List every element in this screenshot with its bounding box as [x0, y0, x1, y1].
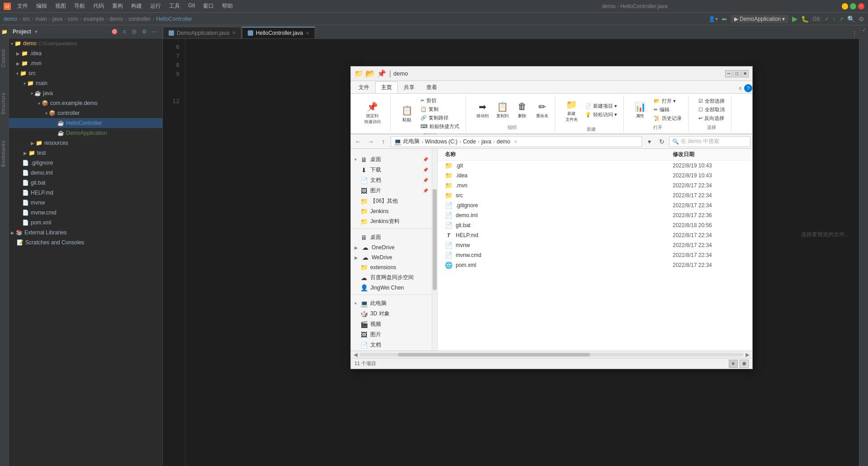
breadcrumb-src[interactable]: src [23, 16, 30, 22]
fe-btn-open[interactable]: 📂 打开 ▾ [651, 97, 684, 105]
fe-sidebar-jenkins-data[interactable]: ▾ 📁 Jenkins资料 [351, 216, 432, 227]
sidebar-expand-btn[interactable]: ≡ [120, 27, 129, 36]
tree-item-controller[interactable]: ▾ 📦 controller [9, 108, 162, 118]
fe-btn-history[interactable]: 📜 历史记录 [651, 114, 684, 123]
fe-address-path[interactable]: 💻 此电脑 › Windows (C:) › Code › java › dem… [391, 136, 642, 147]
toolbar-profile-btn[interactable]: 👤▾ [708, 16, 718, 22]
fe-maximize-btn[interactable]: □ [733, 70, 741, 77]
fe-btn-easy-access[interactable]: 💡 轻松访问 ▾ [582, 110, 620, 119]
fe-sidebar-scrollbar[interactable] [432, 149, 438, 351]
breadcrumb-hello-controller[interactable]: HelloController [156, 16, 192, 22]
tab-hello-controller[interactable]: HelloController.java ✕ [242, 27, 315, 38]
fe-btn-move[interactable]: ➡ 移动到 [473, 99, 491, 121]
fe-btn-new-folder[interactable]: 📁 新建文件夹 [562, 96, 580, 124]
breadcrumb-demo2[interactable]: demo [109, 16, 123, 22]
breadcrumb-com[interactable]: com [68, 16, 78, 22]
sidebar-collapse-btn[interactable]: ⊟ [130, 27, 139, 36]
tree-item-gitignore[interactable]: 📄 .gitignore [9, 158, 162, 168]
fe-scroll-track[interactable] [359, 353, 744, 357]
fe-btn-select-all[interactable]: ☑ 全部选择 [696, 97, 727, 105]
menu-help[interactable]: 帮助 [218, 1, 236, 11]
tree-item-package[interactable]: ▾ 📦 com.example.demo [9, 98, 162, 108]
fe-tab-home[interactable]: 主页 [375, 81, 398, 93]
fe-scroll-left-btn[interactable]: ◀ [352, 352, 359, 358]
tab-demo-application[interactable]: DemoApplication.java ✕ [163, 27, 241, 38]
menu-edit[interactable]: 编辑 [33, 1, 51, 11]
tree-item-demo[interactable]: ▾ 📁 demo C:\Code\java\demo [9, 38, 162, 48]
fe-btn-paste[interactable]: 📋 粘贴 [398, 102, 416, 125]
fe-details-view-btn[interactable]: ≡ [729, 360, 738, 368]
tree-item-demo-iml[interactable]: 📄 demo.iml [9, 168, 162, 178]
menu-file[interactable]: 文件 [14, 1, 32, 11]
toolbar-push-btn[interactable]: ↑ [833, 16, 835, 22]
tree-item-test[interactable]: ▶ 📁 test [9, 148, 162, 158]
tree-item-src[interactable]: ▾ 📁 src [9, 68, 162, 78]
minimize-button[interactable]: ─ [842, 3, 848, 10]
pin-icon-docs[interactable]: 📌 [423, 178, 428, 183]
fe-file-help-md[interactable]: T HELP.md 2022/8/17 22:34 [438, 230, 752, 240]
fe-btn-rename[interactable]: ✏ 重命名 [533, 99, 551, 121]
tab-overflow-btn[interactable]: ⋮ [850, 29, 859, 38]
menu-run[interactable]: 运行 [146, 1, 165, 11]
toolbar-settings-btn[interactable]: ⚙ [859, 15, 864, 23]
fe-tab-view[interactable]: 查看 [420, 81, 443, 93]
project-panel-toggle[interactable]: 📁 [0, 27, 9, 36]
close-button[interactable]: ✕ [858, 3, 864, 10]
fe-addr-dropdown-btn[interactable]: ▾ [644, 136, 655, 147]
fe-sidebar-3d[interactable]: ▾ 🎲 3D 对象 [351, 309, 432, 319]
fe-file-mvn[interactable]: 📁 .mvn 2022/8/17 22:34 [438, 181, 752, 190]
fe-col-date-header[interactable]: 修改日期 [673, 151, 745, 158]
fe-file-gitignore[interactable]: 📄 .gitignore 2022/8/17 22:34 [438, 200, 752, 210]
fe-btn-cut[interactable]: ✂ 剪切 [418, 96, 462, 105]
fe-file-git-bat[interactable]: 📄 git.bat 2022/8/18 20:56 [438, 220, 752, 230]
breadcrumb-controller[interactable]: controller [128, 16, 151, 22]
menu-tools[interactable]: 工具 [165, 1, 184, 11]
fe-help-btn[interactable]: ? [744, 84, 752, 92]
fe-sidebar-docs1[interactable]: ▾ 📄 文档 📌 [351, 175, 432, 185]
fe-sidebar-extensions[interactable]: ▾ 📁 extensions [351, 262, 432, 272]
notifications-check[interactable]: ✓ [859, 25, 868, 34]
structure-panel-label[interactable]: Structure [0, 89, 7, 119]
fe-btn-paste-shortcut[interactable]: ⌨ 粘贴快捷方式 [418, 122, 462, 131]
menu-view[interactable]: 视图 [52, 1, 70, 11]
sidebar-minimize-btn[interactable]: ─ [150, 27, 159, 36]
tree-item-resources[interactable]: ▶ 📁 resources [9, 138, 162, 148]
toolbar-run-config[interactable]: ▶ DemoApplication ▾ [731, 15, 788, 23]
fe-forward-btn[interactable]: → [365, 136, 376, 147]
maximize-button[interactable]: □ [850, 3, 856, 10]
sidebar-locate-btn[interactable]: 🎯 [110, 27, 119, 36]
fe-icons-view-btn[interactable]: ⊞ [740, 360, 749, 368]
fe-up-btn[interactable]: ↑ [378, 136, 389, 147]
fe-col-name-header[interactable]: 名称 [445, 151, 673, 158]
tree-item-java[interactable]: ▾ ☕ java [9, 88, 162, 98]
sidebar-dropdown-icon[interactable]: ▾ [35, 29, 38, 35]
tree-item-hello-controller[interactable]: ▶ ☕ HelloController [9, 118, 162, 128]
fe-sidebar-video[interactable]: ▾ 🎬 视频 [351, 319, 432, 329]
toolbar-commit-btn[interactable]: ✓ [825, 16, 829, 22]
fe-sidebar-onedrive[interactable]: ▶ ☁ OneDrive [351, 243, 432, 252]
toolbar-search-btn[interactable]: 🔍 [847, 15, 855, 23]
fe-btn-copy[interactable]: 📋 复制 [418, 105, 462, 114]
tree-item-mvnw[interactable]: 📄 mvnw [9, 198, 162, 208]
tree-item-pom-xml[interactable]: 📄 pom.xml [9, 218, 162, 228]
fe-sidebar-this-pc[interactable]: ▾ 💻 此电脑 [351, 298, 432, 309]
fe-back-btn[interactable]: ← [353, 136, 363, 147]
fe-tab-share[interactable]: 共享 [398, 81, 420, 93]
toolbar-run-btn[interactable]: ▶ [792, 14, 797, 23]
fe-file-idea[interactable]: 📁 .idea 2022/8/19 10:43 [438, 171, 752, 181]
fe-sidebar-desktop2[interactable]: ▾ 🖥 桌面 [351, 232, 432, 243]
breadcrumb-example[interactable]: example [84, 16, 104, 22]
tree-item-mvn[interactable]: ▶ 📁 .mvn [9, 58, 162, 68]
tree-item-scratches[interactable]: 📝 Scratches and Consoles [9, 238, 162, 247]
breadcrumb-demo[interactable]: demo [4, 16, 17, 22]
tree-item-external-libs[interactable]: ▶ 📚 External Libraries [9, 228, 162, 238]
tree-item-idea[interactable]: ▶ 📁 .idea [9, 48, 162, 58]
toolbar-back-btn[interactable]: ⬅ [722, 15, 727, 23]
fe-sidebar-wedrive[interactable]: ▶ ☁ WeDrive [351, 252, 432, 262]
tree-item-main[interactable]: ▾ 📁 main [9, 78, 162, 88]
fe-btn-copy-path[interactable]: 🔗 复制路径 [418, 114, 462, 122]
toolbar-debug-btn[interactable]: 🐛 [801, 15, 809, 23]
pin-icon-pics[interactable]: 📌 [423, 188, 428, 193]
sidebar-settings-btn[interactable]: ⚙ [140, 27, 149, 36]
fe-sidebar-pics1[interactable]: ▾ 🖼 图片 📌 [351, 185, 432, 196]
